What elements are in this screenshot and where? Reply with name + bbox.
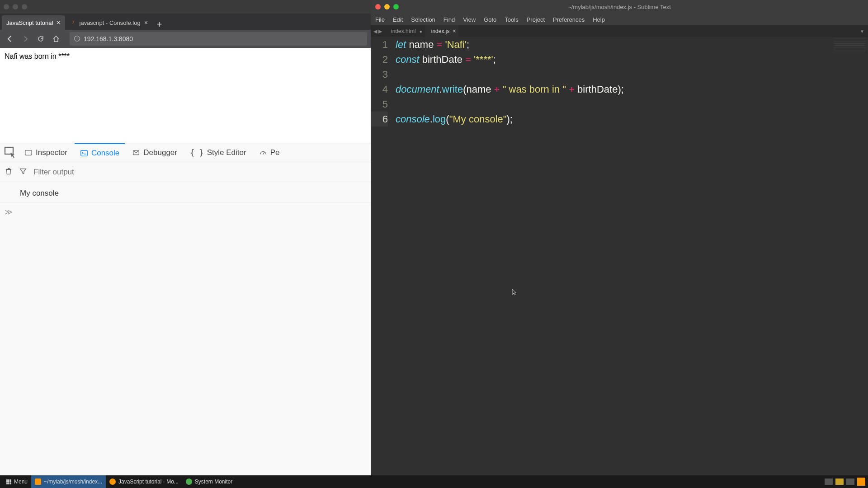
task-label: System Monitor bbox=[195, 479, 232, 485]
taskbar-app-firefox[interactable]: JavaScript tutorial - Mo... bbox=[106, 475, 182, 488]
close-window-button[interactable] bbox=[375, 4, 381, 9]
tab-filename: index.html bbox=[391, 28, 416, 34]
string: "My console" bbox=[449, 113, 507, 125]
tab-label: Style Editor bbox=[207, 148, 246, 157]
code-editor[interactable]: 1 2 3 4 5 6 let name = 'Nafi';const birt… bbox=[371, 37, 868, 475]
minimize-window-button[interactable] bbox=[384, 4, 390, 9]
console-tab[interactable]: Console bbox=[75, 143, 125, 162]
operator: = bbox=[465, 54, 471, 65]
traffic-lights bbox=[371, 4, 399, 9]
filter-icon[interactable] bbox=[19, 167, 27, 177]
devtools-tabs: Inspector Console Debugger { } Style Edi… bbox=[0, 143, 371, 162]
taskbar-app-system-monitor[interactable]: System Monitor bbox=[182, 475, 236, 488]
identifier: name bbox=[467, 84, 491, 95]
minimize-window-button[interactable] bbox=[13, 4, 18, 9]
page-body-text: Nafi was born in **** bbox=[5, 52, 70, 60]
browser-window: JavaScript tutorial × javascript - Conso… bbox=[0, 0, 371, 475]
reload-button[interactable] bbox=[34, 33, 47, 45]
code-content[interactable]: let name = 'Nafi';const birthDate = '***… bbox=[393, 37, 868, 475]
sublime-titlebar: ~/mylab/js/mosh/index.js - Sublime Text bbox=[371, 0, 868, 14]
identifier: name bbox=[409, 39, 434, 50]
console-input-prompt[interactable]: ≫ bbox=[0, 203, 371, 221]
keyword: let bbox=[396, 39, 406, 50]
log-text: My console bbox=[20, 189, 59, 197]
console-toolbar bbox=[0, 162, 371, 182]
tab-label: Debugger bbox=[143, 148, 177, 157]
new-tab-button[interactable]: + bbox=[152, 19, 167, 30]
operator: = bbox=[437, 39, 443, 50]
start-menu-button[interactable]: Menu bbox=[3, 475, 31, 488]
system-monitor-icon bbox=[186, 479, 192, 485]
url-text: 192.168.1.3:8080 bbox=[84, 35, 133, 42]
menu-find[interactable]: Find bbox=[443, 16, 455, 23]
menu-edit[interactable]: Edit bbox=[393, 16, 403, 23]
close-tab-icon[interactable]: × bbox=[453, 28, 456, 34]
console-icon bbox=[80, 149, 88, 157]
tab-title: javascript - Console.log bbox=[80, 19, 141, 26]
maximize-window-button[interactable] bbox=[22, 4, 27, 9]
home-button[interactable] bbox=[50, 33, 62, 45]
menu-selection[interactable]: Selection bbox=[411, 16, 435, 23]
tab-filename: index.js bbox=[431, 28, 450, 34]
menu-bar: File Edit Selection Find View Goto Tools… bbox=[371, 14, 868, 25]
punct: ( bbox=[463, 84, 466, 95]
menu-label: Menu bbox=[14, 479, 28, 485]
tab-dropdown-icon[interactable]: ▼ bbox=[860, 29, 868, 34]
method: log bbox=[433, 113, 446, 125]
line-number: 3 bbox=[371, 67, 388, 82]
clear-console-button[interactable] bbox=[5, 167, 13, 177]
punct: ; bbox=[467, 39, 469, 50]
object: document bbox=[396, 84, 439, 95]
filter-input[interactable] bbox=[33, 168, 366, 177]
browser-tab[interactable]: javascript - Console.log × bbox=[65, 15, 152, 30]
debugger-tab[interactable]: Debugger bbox=[127, 143, 183, 162]
close-window-button[interactable] bbox=[4, 4, 9, 9]
browser-toolbar: ⓘ 192.168.1.3:8080 bbox=[0, 30, 371, 48]
menu-preferences[interactable]: Preferences bbox=[553, 16, 585, 23]
browser-titlebar bbox=[0, 0, 371, 14]
traffic-lights bbox=[4, 4, 27, 9]
menu-file[interactable]: File bbox=[375, 16, 385, 23]
close-tab-icon[interactable]: × bbox=[144, 19, 148, 26]
task-label: ~/mylab/js/mosh/index... bbox=[44, 479, 102, 485]
info-icon[interactable]: ⓘ bbox=[74, 35, 80, 43]
system-tray bbox=[825, 478, 865, 486]
mouse-cursor-icon bbox=[512, 284, 516, 291]
back-button[interactable] bbox=[4, 33, 16, 45]
line-number: 1 bbox=[371, 37, 388, 52]
menu-help[interactable]: Help bbox=[593, 16, 605, 23]
prompt-icon: ≫ bbox=[5, 208, 13, 216]
page-content: Nafi was born in **** bbox=[0, 48, 371, 143]
maximize-window-button[interactable] bbox=[393, 4, 399, 9]
forward-button[interactable] bbox=[19, 33, 32, 45]
firefox-icon bbox=[109, 479, 116, 485]
string: " was born in " bbox=[503, 84, 566, 95]
menu-grid-icon bbox=[6, 479, 11, 484]
tray-icon[interactable] bbox=[825, 479, 833, 485]
identifier: birthDate bbox=[577, 84, 618, 95]
address-bar[interactable]: ⓘ 192.168.1.3:8080 bbox=[70, 32, 367, 46]
tray-sublime-icon[interactable] bbox=[857, 478, 865, 486]
punct: ); bbox=[507, 113, 513, 125]
menu-tools[interactable]: Tools bbox=[505, 16, 518, 23]
menu-project[interactable]: Project bbox=[527, 16, 545, 23]
taskbar-app-sublime[interactable]: ~/mylab/js/mosh/index... bbox=[31, 475, 106, 488]
close-tab-icon[interactable]: × bbox=[57, 19, 60, 26]
editor-tab[interactable]: index.html ● bbox=[385, 25, 425, 37]
editor-tab-active[interactable]: index.js × bbox=[425, 25, 459, 37]
console-log-entry: My console bbox=[0, 182, 371, 203]
inspector-tab[interactable]: Inspector bbox=[19, 143, 73, 162]
menu-goto[interactable]: Goto bbox=[484, 16, 496, 23]
tray-icon[interactable] bbox=[835, 479, 844, 485]
performance-tab[interactable]: Pe bbox=[254, 143, 285, 162]
minimap[interactable] bbox=[834, 38, 865, 52]
browser-tab-active[interactable]: JavaScript tutorial × bbox=[2, 15, 65, 30]
element-picker-button[interactable] bbox=[4, 146, 17, 160]
line-number: 5 bbox=[371, 97, 388, 112]
taskbar: Menu ~/mylab/js/mosh/index... JavaScript… bbox=[0, 475, 868, 488]
tab-label: Console bbox=[91, 149, 119, 158]
tray-icon[interactable] bbox=[846, 479, 854, 485]
menu-view[interactable]: View bbox=[463, 16, 476, 23]
tab-nav-arrows[interactable]: ◀ ▶ bbox=[371, 28, 385, 34]
style-editor-tab[interactable]: { } Style Editor bbox=[184, 143, 252, 162]
